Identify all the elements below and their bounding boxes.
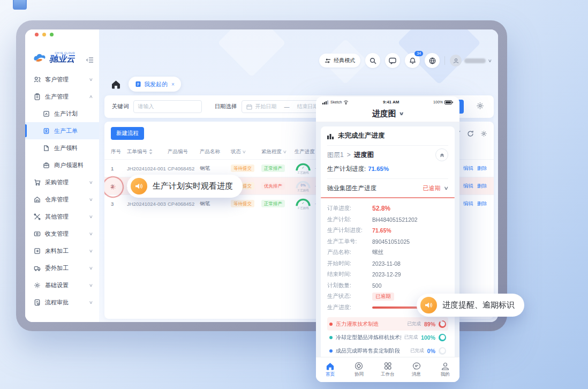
subtask-row[interactable]: 冷却定型塑品淬炼样机技术奥秘 已完成 100% <box>327 331 448 344</box>
col-header[interactable]: 产品编号 <box>168 148 200 155</box>
tooltip-text: 进度提醒、逾期标识 <box>442 300 515 310</box>
nav-collab[interactable]: 协同 <box>345 362 374 378</box>
product-number: CP4068452 <box>168 166 200 171</box>
delete-link[interactable]: 删除 <box>477 165 487 172</box>
tooltip-text: 生产计划实时观看进度 <box>153 181 233 191</box>
sidebar-item-warehouse[interactable]: 仓库管理∨ <box>25 191 99 208</box>
messages-button[interactable] <box>385 53 400 68</box>
collapse-panel-button[interactable] <box>435 148 448 161</box>
sidebar-item-production-plan[interactable]: 生产计划 <box>25 105 99 122</box>
message-icon <box>412 362 421 370</box>
keyword-input[interactable]: 请输入 <box>133 100 202 113</box>
production-status-badge: 已逾期 <box>372 293 394 301</box>
date-start-placeholder: 开始日期 <box>255 103 277 110</box>
priority-badge: 正常排产 <box>261 200 285 207</box>
edit-link[interactable]: 编辑 <box>463 200 473 207</box>
edit-link[interactable]: 编辑 <box>463 183 473 190</box>
filter-settings-gear-icon[interactable] <box>476 102 484 110</box>
group-progress-header[interactable]: 驰业集团生产进度 已逾期 ∨ <box>327 178 448 197</box>
notifications-button[interactable]: 34 <box>405 53 420 68</box>
sidebar-item-label: 商户领退料 <box>54 161 84 169</box>
sidebar-item-production-mgmt[interactable]: 生产管理∧ <box>25 88 99 105</box>
sidebar-item-finance[interactable]: 收支管理∨ <box>25 225 99 242</box>
col-header-filterable[interactable]: 状态∨ <box>231 148 261 155</box>
sidebar-item-work-order[interactable]: 生产工单 <box>25 122 99 139</box>
workbench-icon <box>383 362 392 370</box>
sidebar-item-incoming-processing[interactable]: 来料加工∨ <box>25 242 99 259</box>
search-button[interactable] <box>365 53 380 68</box>
tab-my-initiated[interactable]: 我发起的 × <box>129 77 181 92</box>
priority-badge: 优先排产 <box>261 182 285 190</box>
sidebar-item-settings[interactable]: 基础设置∨ <box>25 276 99 294</box>
status-badge: 等待提交 <box>231 200 254 207</box>
money-icon <box>34 230 41 237</box>
table-settings-gear-icon[interactable] <box>480 130 487 137</box>
minimize-window-icon[interactable] <box>42 33 46 36</box>
edit-link[interactable]: 编辑 <box>463 165 473 172</box>
sidebar-item-outsourcing[interactable]: 委外加工∨ <box>25 259 99 276</box>
subtask-percent: 89% <box>424 321 435 327</box>
maximize-window-icon[interactable] <box>50 33 54 36</box>
bell-icon <box>409 57 416 64</box>
sidebar-item-other-mgmt[interactable]: 其他管理∨ <box>25 208 99 225</box>
chevron-down-icon: ∨ <box>89 231 93 236</box>
clipboard-icon <box>34 93 41 100</box>
collapse-sidebar-icon[interactable] <box>86 57 94 63</box>
phone-title-label: 进度图 <box>372 109 396 119</box>
col-header-filterable[interactable]: 紧急程度∨ <box>261 148 295 155</box>
nav-messages[interactable]: 消息 <box>402 362 431 378</box>
page-background: CHYE CLOUD 驰业云 客户管理∨ 生产管理∧ <box>0 0 588 389</box>
close-window-icon[interactable] <box>35 33 39 36</box>
progress-card: 未完成生产进度 图层1 > 进度图 生产计划进度:71.65% 驰业集团生产进度… <box>321 126 455 357</box>
col-header[interactable]: 产品名称 <box>200 148 231 155</box>
chevron-down-icon: ∨ <box>283 149 287 154</box>
breadcrumb-layer[interactable]: 图层1 <box>327 151 344 160</box>
sidebar-item-purchasing[interactable]: 采购管理∨ <box>25 174 99 191</box>
order-number: JH20241024-001 <box>127 166 168 171</box>
sidebar-item-label: 基础设置 <box>45 281 69 289</box>
sidebar-item-label: 其他管理 <box>45 213 69 221</box>
chevron-down-icon: ∨ <box>488 58 492 63</box>
user-menu[interactable]: ∨ <box>450 55 492 66</box>
nav-profile[interactable]: 我的 <box>431 362 459 378</box>
close-tab-icon[interactable]: × <box>171 81 175 87</box>
phone-page-title[interactable]: 进度图 ∨ <box>316 106 459 122</box>
subtask-row[interactable]: 成品完成即将售卖定制阶段 已完成 0% <box>327 344 448 357</box>
battery-icon <box>444 100 453 104</box>
subtask-row[interactable]: 压力灌浆技术制造 已完成 89% <box>327 317 448 331</box>
home-tab-icon[interactable] <box>111 80 121 89</box>
production-progress-bar <box>372 306 421 309</box>
window-controls[interactable] <box>35 33 54 36</box>
carrier-label: Sketch <box>330 100 342 104</box>
gauge-process-check: ✓ 工艺路线 <box>295 162 312 175</box>
classic-mode-button[interactable]: 经典模式 <box>319 54 360 68</box>
sidebar-item-customer-mgmt[interactable]: 客户管理∨ <box>25 71 99 88</box>
delete-link[interactable]: 删除 <box>477 183 487 190</box>
gauge-process-check: ✓ 工艺路线 <box>295 198 312 210</box>
nav-home[interactable]: 首页 <box>316 362 345 378</box>
row-index: 1 <box>111 166 127 171</box>
cart-icon <box>34 179 41 186</box>
new-process-button[interactable]: 新建流程 <box>111 127 144 140</box>
sidebar-item-material-request[interactable]: 生产领料 <box>25 139 99 156</box>
sidebar-item-merchant-return[interactable]: 商户领退料 <box>25 156 99 174</box>
subtask-list: 压力灌浆技术制造 已完成 89% 冷却定型塑品淬炼样机技术奥秘 已完成 100% <box>327 317 448 357</box>
brand-name: 驰业云 <box>49 54 75 63</box>
plan-progress-line: 生产计划进度:71.65% <box>327 164 448 178</box>
chevron-down-icon: ∨ <box>89 214 93 219</box>
refresh-icon[interactable] <box>467 130 474 137</box>
calendar-icon <box>246 104 252 110</box>
sidebar-item-label: 客户管理 <box>45 76 69 84</box>
col-header-sortable[interactable]: 工单编号 <box>127 148 168 155</box>
sidebar-item-label: 流程审批 <box>45 298 69 306</box>
language-button[interactable] <box>425 53 440 68</box>
sidebar-item-label: 收支管理 <box>45 230 69 238</box>
delete-link[interactable]: 删除 <box>477 200 487 207</box>
sidebar-item-approval[interactable]: 流程审批∨ <box>25 294 99 311</box>
phone-body: 未完成生产进度 图层1 > 进度图 生产计划进度:71.65% 驰业集团生产进度… <box>316 122 459 357</box>
nav-workbench[interactable]: 工作台 <box>373 362 402 378</box>
plan-quantity: 500 <box>372 282 382 289</box>
globe-icon <box>429 57 436 64</box>
col-header[interactable]: 序号 <box>111 148 127 155</box>
doc-in-icon <box>34 248 41 255</box>
